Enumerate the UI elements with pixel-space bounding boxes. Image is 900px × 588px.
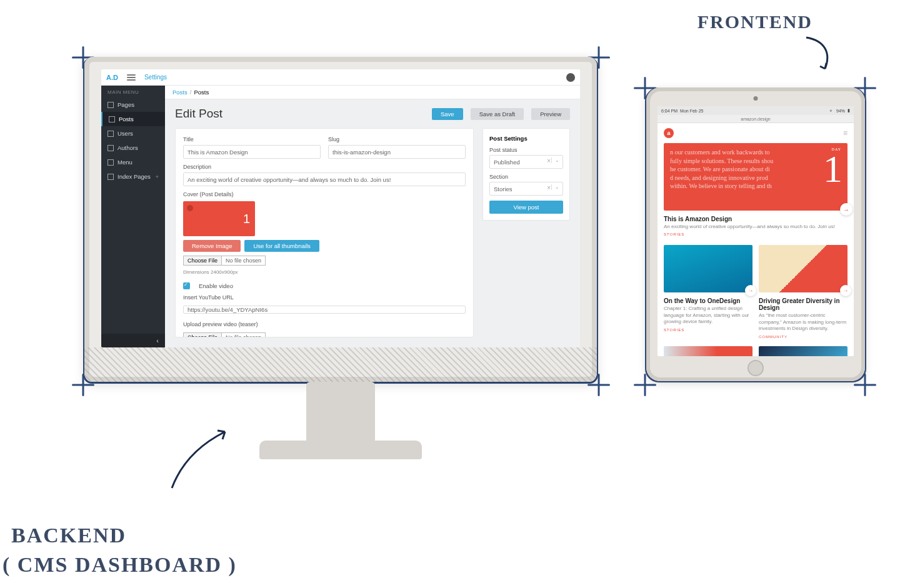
menu-icon: [108, 159, 114, 166]
cover-file-input[interactable]: Choose File No file chosen: [183, 256, 466, 266]
upload-teaser-label: Upload preview video (teaser): [183, 321, 466, 327]
frontend-label: FRONTEND: [698, 11, 812, 32]
hero-banner[interactable]: DAY 1 n our customers and work backwards…: [664, 143, 848, 211]
breadcrumb: Posts / Posts: [165, 86, 580, 99]
arrow-right-icon[interactable]: →: [840, 203, 852, 216]
menu-icon[interactable]: ≡: [843, 129, 848, 137]
arrow-right-icon[interactable]: →: [840, 285, 851, 296]
enable-video-label: Enable video: [199, 282, 233, 289]
url-bar[interactable]: amazon.design: [658, 115, 854, 123]
post-status-label: Post status: [489, 147, 563, 153]
user-icon: [108, 131, 114, 137]
post-settings-header: Post Settings: [489, 135, 563, 142]
sidebar-collapse[interactable]: ‹: [101, 334, 165, 347]
hamburger-icon[interactable]: [127, 74, 136, 81]
card-subtitle: As "the most customer-centric company," …: [759, 312, 848, 332]
sidebar-item-label: Pages: [118, 101, 134, 108]
post-title[interactable]: This is Amazon Design: [664, 216, 848, 222]
plus-icon: +: [155, 173, 159, 180]
tablet-frame: 6:04 PM Mon Feb 25 ᯤ 94% ▮ amazon.design…: [646, 87, 865, 381]
use-all-thumbnails-button[interactable]: Use for all thumbnails: [244, 240, 319, 252]
dimensions-hint: Dimensions 2400x900px: [183, 269, 466, 275]
post-tag[interactable]: STORIES: [664, 232, 848, 236]
post-form: Title Slug Description: [175, 128, 474, 337]
chevron-down-icon[interactable]: ⌄: [551, 184, 559, 190]
title-input[interactable]: [183, 145, 321, 159]
save-draft-button[interactable]: Save as Draft: [471, 108, 524, 120]
youtube-url-input[interactable]: [183, 306, 466, 314]
card-thumbnail[interactable]: [759, 346, 848, 356]
enable-video-checkbox[interactable]: [183, 282, 190, 289]
save-button[interactable]: Save: [432, 108, 463, 120]
avatar[interactable]: [566, 73, 575, 82]
monitor-base: [259, 441, 422, 459]
battery-icon: ▮: [848, 108, 850, 113]
backend-label-sub: ( CMS DASHBOARD ): [2, 553, 237, 577]
cms-topbar: A.D Settings: [101, 69, 580, 86]
grid-card[interactable]: → Driving Greater Diversity in Design As…: [759, 245, 848, 338]
author-icon: [108, 145, 114, 151]
card-title: Driving Greater Diversity in Design: [759, 297, 848, 311]
slug-label: Slug: [328, 136, 466, 142]
brand-logo[interactable]: A.D: [106, 74, 118, 81]
sidebar-item-label: Posts: [119, 116, 134, 122]
clear-icon[interactable]: ×: [547, 184, 551, 191]
sidebar-item-users[interactable]: Users: [101, 126, 165, 141]
view-post-button[interactable]: View post: [489, 201, 563, 214]
sidebar-item-label: Index Pages: [118, 173, 151, 180]
teaser-file-input[interactable]: Choose File No file chosen: [183, 332, 466, 337]
settings-link[interactable]: Settings: [144, 74, 167, 81]
title-label: Title: [183, 136, 321, 142]
sidebar-item-authors[interactable]: Authors: [101, 141, 165, 155]
sidebar-item-label: Menu: [118, 159, 132, 166]
chevron-left-icon: ‹: [156, 337, 159, 344]
sidebar-item-menu[interactable]: Menu: [101, 155, 165, 169]
home-button[interactable]: [748, 360, 764, 376]
hero-text: he customer. We are passionate about di: [670, 165, 841, 174]
preview-button[interactable]: Preview: [531, 108, 570, 120]
breadcrumb-sep: /: [190, 89, 192, 96]
youtube-url-label: Insert YouTube URL: [183, 294, 466, 301]
status-date: Mon Feb 25: [680, 109, 703, 113]
cover-thumbnail[interactable]: 1: [183, 201, 255, 236]
monitor-frame: A.D Settings MAIN MENU Pages Posts Users…: [84, 57, 597, 382]
wifi-icon: ᯤ: [829, 109, 834, 113]
description-label: Description: [183, 164, 466, 170]
breadcrumb-root[interactable]: Posts: [172, 89, 188, 96]
sidebar-item-pages[interactable]: Pages: [101, 97, 165, 112]
card-thumbnail[interactable]: [664, 346, 752, 356]
page-title: Edit Post: [175, 107, 222, 121]
section-label: Section: [489, 174, 563, 180]
clear-icon[interactable]: ×: [547, 157, 551, 164]
frontend-screen: 6:04 PM Mon Feb 25 ᯤ 94% ▮ amazon.design…: [658, 106, 854, 356]
card-tag[interactable]: COMMUNITY: [759, 335, 848, 339]
choose-file-button[interactable]: Choose File: [183, 256, 222, 266]
slug-input[interactable]: [328, 145, 466, 159]
card-tag[interactable]: STORIES: [664, 328, 752, 332]
chevron-down-icon[interactable]: ⌄: [551, 157, 559, 163]
breadcrumb-current: Posts: [194, 89, 209, 96]
cover-label: Cover (Post Details): [183, 191, 466, 197]
index-icon: [108, 174, 114, 180]
page-icon: [108, 102, 114, 108]
site-logo[interactable]: a: [664, 128, 674, 138]
hero-text: fully simple solutions. These results sh…: [670, 157, 841, 166]
card-title: On the Way to OneDesign: [664, 297, 752, 304]
card-thumbnail: [759, 245, 848, 292]
arrow-right-icon[interactable]: →: [745, 285, 756, 296]
status-bar: 6:04 PM Mon Feb 25 ᯤ 94% ▮: [658, 106, 854, 115]
hero-number: 1: [823, 149, 842, 188]
sidebar-item-index-pages[interactable]: Index Pages+: [101, 169, 165, 184]
file-name-text: No file chosen: [222, 256, 266, 266]
choose-file-button[interactable]: Choose File: [183, 332, 222, 337]
post-settings-panel: Post Settings Post status × ⌄ Sect: [482, 128, 570, 221]
arrow-icon: [162, 419, 238, 494]
sidebar-item-label: Users: [118, 130, 133, 137]
sidebar-item-posts[interactable]: Posts: [101, 112, 165, 126]
remove-image-button[interactable]: Remove Image: [183, 240, 241, 252]
cover-number: 1: [243, 212, 250, 226]
description-input[interactable]: [183, 172, 466, 186]
card-thumbnail: [664, 245, 752, 292]
grid-card[interactable]: → On the Way to OneDesign Chapter 1: Cra…: [664, 245, 752, 338]
hero-text: within. We believe in story telling and …: [670, 182, 841, 191]
